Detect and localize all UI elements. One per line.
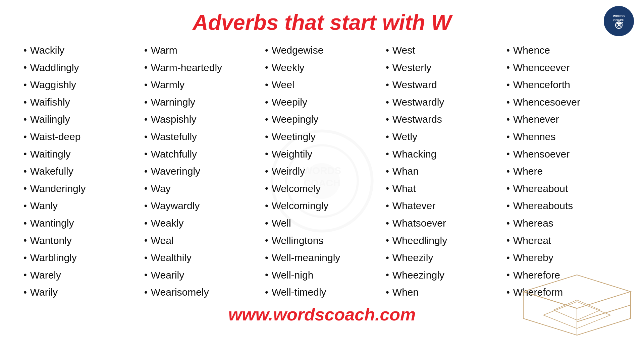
list-item: Waddlingly [23, 59, 138, 76]
list-item: Waspishly [144, 111, 258, 128]
svg-point-5 [618, 24, 620, 26]
column-3: WedgewiseWeeklyWeelWeepilyWeepinglyWeeti… [262, 42, 382, 301]
list-item: Well-nigh [265, 266, 379, 284]
list-item: Weekly [265, 59, 379, 76]
list-item: Wanderingly [23, 180, 138, 197]
svg-text:COACH: COACH [613, 18, 625, 22]
list-item: Weel [265, 76, 379, 94]
list-item: Watchfully [144, 145, 258, 163]
list-item: Well [265, 215, 379, 232]
list-item: Whan [386, 163, 500, 180]
list-item: Wetly [386, 128, 500, 145]
list-item: Warely [23, 266, 138, 284]
list-item: Whereabout [506, 180, 621, 197]
list-item: Welcomingly [265, 197, 379, 215]
column-2: WarmWarm-heartedlyWarmlyWarninglyWaspish… [141, 42, 262, 301]
list-item: Whacking [386, 145, 500, 163]
list-item: Whenceever [506, 59, 621, 76]
list-item: Whereabouts [506, 197, 621, 215]
list-item: When [386, 284, 500, 301]
list-item: Wearisomely [144, 284, 258, 301]
list-item: Westwards [386, 111, 500, 128]
list-item: Weepily [265, 94, 379, 111]
list-item: Waveringly [144, 163, 258, 180]
list-item: Whenceforth [506, 76, 621, 94]
logo: WORDS COACH [604, 6, 634, 36]
columns-container: WackilyWaddlinglyWaggishlyWaifishlyWaili… [0, 42, 644, 301]
list-item: Warningly [144, 94, 258, 111]
list-item: Wakefully [23, 163, 138, 180]
list-item: Whereas [506, 215, 621, 232]
list-item: Way [144, 180, 258, 197]
list-item: Wherefore [506, 266, 621, 284]
list-item: Wealthily [144, 249, 258, 266]
list-item: Westerly [386, 59, 500, 76]
list-item: Whereat [506, 232, 621, 249]
column-5: WhenceWhenceeverWhenceforthWhencesoeverW… [503, 42, 624, 301]
list-item: Whereform [506, 284, 621, 301]
list-item: What [386, 180, 500, 197]
svg-point-7 [622, 22, 623, 23]
list-item: Wantonly [23, 232, 138, 249]
list-item: Wastefully [144, 128, 258, 145]
list-item: Whensoever [506, 145, 621, 163]
list-item: Whatever [386, 197, 500, 215]
list-item: Warm-heartedly [144, 59, 258, 76]
list-item: Warily [23, 284, 138, 301]
list-item: Westwardly [386, 94, 500, 111]
column-1: WackilyWaddlinglyWaggishlyWaifishlyWaili… [20, 42, 141, 301]
list-item: Warblingly [23, 249, 138, 266]
list-item: Weightily [265, 145, 379, 163]
list-item: Weal [144, 232, 258, 249]
list-item: Whencesoever [506, 94, 621, 111]
list-item: Wheedlingly [386, 232, 500, 249]
list-item: Wailingly [23, 111, 138, 128]
list-item: Wedgewise [265, 42, 379, 59]
list-item: Well-meaningly [265, 249, 379, 266]
list-item: West [386, 42, 500, 59]
list-item: Wantingly [23, 215, 138, 232]
svg-rect-6 [616, 22, 621, 24]
list-item: Well-timedly [265, 284, 379, 301]
svg-text:WORDS: WORDS [613, 14, 625, 18]
list-item: Wearily [144, 266, 258, 284]
list-item: Whatsoever [386, 215, 500, 232]
footer-url: www.wordscoach.com [0, 304, 644, 324]
list-item: Welcomely [265, 180, 379, 197]
list-item: Warm [144, 42, 258, 59]
list-item: Wanly [23, 197, 138, 215]
list-item: Wackily [23, 42, 138, 59]
list-item: Waggishly [23, 76, 138, 94]
list-item: Wheezingly [386, 266, 500, 284]
list-item: Whenever [506, 111, 621, 128]
list-item: Warmly [144, 76, 258, 94]
list-item: Whereby [506, 249, 621, 266]
list-item: Weakly [144, 215, 258, 232]
list-item: Wellingtons [265, 232, 379, 249]
list-item: Weepingly [265, 111, 379, 128]
list-item: Where [506, 163, 621, 180]
column-4: WestWesterlyWestwardWestwardlyWestwardsW… [382, 42, 503, 301]
list-item: Weetingly [265, 128, 379, 145]
list-item: Wheezily [386, 249, 500, 266]
list-item: Waitingly [23, 145, 138, 163]
page-title: Adverbs that start with W [0, 0, 644, 42]
list-item: Waywardly [144, 197, 258, 215]
list-item: Weirdly [265, 163, 379, 180]
list-item: Waist-deep [23, 128, 138, 145]
list-item: Waifishly [23, 94, 138, 111]
list-item: Westward [386, 76, 500, 94]
list-item: Whence [506, 42, 621, 59]
list-item: Whennes [506, 128, 621, 145]
